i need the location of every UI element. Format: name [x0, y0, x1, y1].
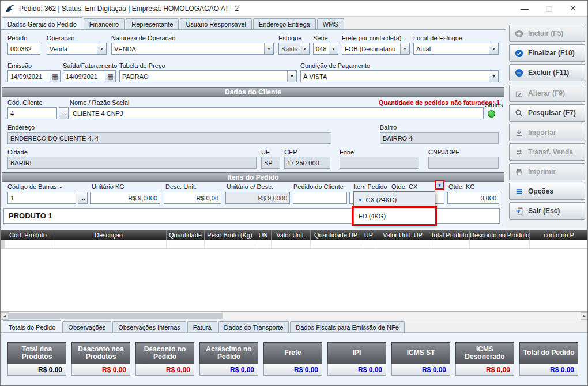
minimize-button-icon[interactable]: —	[512, 1, 537, 16]
total-box-frete: Frete R$ 0,00	[263, 342, 322, 376]
desc-unit-field[interactable]: R$ 0,00	[164, 192, 221, 204]
cod-cliente-field[interactable]: 4	[7, 107, 57, 119]
pedido-cliente-field[interactable]	[293, 192, 347, 204]
pedido-label: Pedido	[7, 35, 27, 41]
bairro-label: Bairro	[380, 124, 397, 131]
tab-observacoes[interactable]: Observações	[62, 321, 111, 332]
scroll-left-icon[interactable]: ◄	[1, 312, 9, 320]
uf-field[interactable]: SP	[261, 157, 280, 169]
unit-option-cx[interactable]: ● CX (24KG)	[354, 192, 435, 207]
importar-button[interactable]: Importar	[509, 124, 585, 141]
chevron-down-icon[interactable]: ▼	[59, 186, 63, 190]
emissao-label: Emissão	[7, 62, 32, 69]
emissao-date-field[interactable]: 14/09/2021 ▦	[7, 70, 61, 82]
serie-combo[interactable]: 048 ▼	[313, 43, 338, 55]
frete-por-conta-combo[interactable]: FOB (Destinatário ▼	[342, 43, 410, 55]
transfer-arrows-icon	[515, 148, 523, 157]
imprimir-button[interactable]: Imprimir	[509, 163, 585, 180]
pesquisar-button[interactable]: Pesquisar (F7)	[509, 104, 585, 122]
chevron-down-icon[interactable]: ▼	[489, 71, 498, 82]
unit-option-fd[interactable]: FD (4KG)	[354, 207, 435, 224]
unitario-kg-field[interactable]: R$ 9,0000	[90, 192, 160, 204]
col-valor-unit-up[interactable]: Valor Unit. UP	[376, 230, 429, 240]
qtde-cx-unit-dropdown-button[interactable]: ▼	[435, 180, 444, 190]
condicao-pagamento-combo[interactable]: À VISTA ▼	[300, 70, 499, 82]
chevron-down-icon[interactable]: ▼	[264, 43, 273, 54]
item-pedido-label: Item Pedido	[353, 183, 387, 190]
nome-razao-field[interactable]: CLIENTE 4 CNPJ	[70, 107, 484, 119]
operacao-label: Operação	[47, 35, 74, 41]
scrollbar-thumb[interactable]	[9, 313, 223, 319]
total-box-desconto-pedido: Desconto no Pedido R$ 0,00	[135, 342, 194, 376]
endereco-field[interactable]: ENDERECO DO CLIENTE 4, 4	[7, 132, 331, 144]
chevron-down-icon[interactable]: ▼	[329, 43, 338, 54]
total-value: R$ 0,00	[135, 364, 194, 376]
tab-dados-gerais[interactable]: Dados Gerais do Pedido	[2, 17, 82, 29]
cnpj-cpf-field[interactable]	[428, 157, 499, 169]
menu-lines-icon	[515, 187, 523, 196]
col-un[interactable]: UN	[255, 230, 272, 240]
cep-field[interactable]: 17.250-000	[284, 157, 330, 169]
pedido-field[interactable]: 000362	[7, 43, 40, 55]
total-box-desconto-produtos: Desconto nos Produtos R$ 0,00	[71, 342, 130, 376]
tabela-preco-label: Tabela de Preço	[119, 62, 165, 69]
tabela-preco-combo[interactable]: PADRAO ▼	[119, 70, 297, 82]
scroll-right-icon[interactable]: ►	[581, 312, 588, 320]
close-button-icon[interactable]: ×	[561, 1, 585, 16]
tab-observacoes-internas[interactable]: Observações Internas	[112, 321, 186, 332]
natureza-combo[interactable]: VENDA ▼	[111, 43, 274, 55]
col-desconto-pedido-truncated[interactable]: conto no P	[530, 230, 588, 240]
col-desconto-produto[interactable]: Desconto no Produto	[470, 230, 530, 240]
qtde-kg-label: Qtde. KG	[448, 183, 475, 190]
tab-usuario-responsavel[interactable]: Usuário Responsável	[180, 18, 252, 29]
search-icon	[515, 109, 523, 118]
local-estoque-combo[interactable]: Atual ▼	[413, 43, 499, 55]
bairro-field[interactable]: BAIRRO 4	[380, 132, 499, 144]
col-quantidade-up[interactable]: Quantidade UP	[311, 230, 361, 240]
calendar-icon[interactable]: ▦	[105, 70, 116, 82]
col-descricao[interactable]: Descrição	[51, 230, 167, 240]
chevron-down-icon[interactable]: ▼	[400, 43, 409, 54]
col-quantidade[interactable]: Quantidade	[167, 230, 205, 240]
cliente-lookup-button[interactable]: ...	[59, 107, 69, 119]
operacao-combo[interactable]: Venda ▼	[47, 43, 107, 55]
col-cod-produto[interactable]: Cód. Produto	[5, 230, 51, 240]
sair-button[interactable]: Sair (Esc)	[509, 202, 585, 220]
incluir-button[interactable]: Incluir (F5)	[509, 25, 585, 42]
estoque-label: Estoque	[278, 35, 301, 41]
tab-dados-fiscais-nfe[interactable]: Dados Fiscais para Emissão de NFe	[290, 321, 405, 332]
alterar-button[interactable]: Alterar (F9)	[509, 85, 585, 102]
codigo-barras-field[interactable]: 1	[7, 192, 76, 204]
saida-faturamento-date-field[interactable]: 14/09/2021 ▦	[63, 70, 116, 82]
excluir-button[interactable]: Excluir (F11)	[509, 64, 585, 81]
tab-wms[interactable]: WMS	[317, 18, 344, 29]
grid-horizontal-scrollbar[interactable]: ◄ ►	[1, 312, 588, 319]
maximize-button-icon[interactable]: □	[537, 1, 561, 16]
cidade-field[interactable]: BARIRI	[7, 157, 257, 169]
chevron-down-icon[interactable]: ▼	[287, 71, 296, 82]
finalizar-button[interactable]: Finalizar (F10)	[509, 44, 585, 62]
transferir-venda-button[interactable]: Transf. Venda	[509, 143, 585, 161]
produto-lookup-button[interactable]: ...	[78, 192, 88, 204]
fone-field[interactable]	[340, 157, 419, 169]
qtde-kg-field[interactable]: 0,000	[447, 192, 499, 204]
opcoes-button[interactable]: Opções	[509, 183, 585, 200]
col-valor-unit[interactable]: Valor Unit.	[272, 230, 311, 240]
col-total-produto[interactable]: Total Produto	[429, 230, 470, 240]
tab-representante[interactable]: Representante	[126, 18, 179, 29]
tab-endereco-entrega[interactable]: Endereço Entrega	[253, 18, 316, 29]
chevron-down-icon[interactable]: ▼	[97, 43, 106, 54]
tab-fatura[interactable]: Fatura	[187, 321, 217, 332]
col-up[interactable]: UP	[361, 230, 376, 240]
cep-label: CEP	[284, 149, 297, 156]
calendar-icon[interactable]: ▦	[50, 70, 61, 82]
app-logo-icon	[5, 3, 16, 14]
tab-totais-pedido[interactable]: Totais do Pedido	[3, 320, 61, 332]
total-value: R$ 0,00	[7, 364, 66, 376]
fone-label: Fone	[340, 149, 354, 156]
tab-financeiro[interactable]: Financeiro	[84, 18, 125, 29]
col-peso-bruto[interactable]: Peso Bruto (Kg)	[205, 230, 255, 240]
frete-por-conta-label: Frete por conta de(a):	[342, 35, 403, 41]
tab-dados-transporte[interactable]: Dados do Transporte	[218, 321, 289, 332]
chevron-down-icon[interactable]: ▼	[489, 43, 498, 54]
